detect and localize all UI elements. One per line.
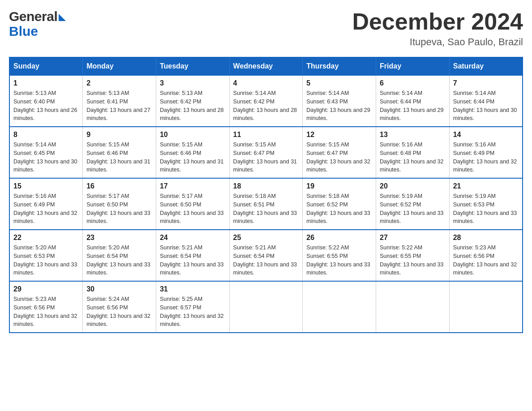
day-info: Sunrise: 5:13 AMSunset: 6:41 PMDaylight:… <box>86 89 152 123</box>
day-number: 17 <box>160 182 226 190</box>
logo: General Blue <box>9 9 66 39</box>
day-info: Sunrise: 5:22 AMSunset: 6:55 PMDaylight:… <box>306 244 372 277</box>
day-number: 28 <box>453 234 519 242</box>
day-number: 18 <box>233 182 299 190</box>
day-cell: 28 Sunrise: 5:23 AMSunset: 6:56 PMDaylig… <box>449 230 523 281</box>
day-info: Sunrise: 5:20 AMSunset: 6:53 PMDaylight:… <box>13 244 79 277</box>
day-info: Sunrise: 5:17 AMSunset: 6:50 PMDaylight:… <box>86 192 152 226</box>
day-info: Sunrise: 5:15 AMSunset: 6:46 PMDaylight:… <box>86 141 152 174</box>
week-row-1: 1 Sunrise: 5:13 AMSunset: 6:40 PMDayligh… <box>9 75 523 127</box>
day-info: Sunrise: 5:23 AMSunset: 6:56 PMDaylight:… <box>13 295 79 329</box>
day-cell <box>449 281 523 333</box>
day-cell: 16 Sunrise: 5:17 AMSunset: 6:50 PMDaylig… <box>83 178 156 230</box>
day-info: Sunrise: 5:13 AMSunset: 6:42 PMDaylight:… <box>160 89 226 123</box>
calendar-body: 1 Sunrise: 5:13 AMSunset: 6:40 PMDayligh… <box>9 75 523 333</box>
day-cell: 27 Sunrise: 5:22 AMSunset: 6:55 PMDaylig… <box>376 230 450 281</box>
day-cell: 3 Sunrise: 5:13 AMSunset: 6:42 PMDayligh… <box>156 75 229 127</box>
day-number: 29 <box>13 285 79 293</box>
day-number: 27 <box>380 234 446 242</box>
day-number: 7 <box>453 79 519 87</box>
day-info: Sunrise: 5:16 AMSunset: 6:49 PMDaylight:… <box>13 192 79 226</box>
day-info: Sunrise: 5:21 AMSunset: 6:54 PMDaylight:… <box>233 244 299 277</box>
day-cell: 24 Sunrise: 5:21 AMSunset: 6:54 PMDaylig… <box>156 230 229 281</box>
day-info: Sunrise: 5:19 AMSunset: 6:52 PMDaylight:… <box>380 192 446 226</box>
day-cell: 2 Sunrise: 5:13 AMSunset: 6:41 PMDayligh… <box>83 75 156 127</box>
logo-blue-text: Blue <box>9 24 38 39</box>
day-cell: 8 Sunrise: 5:14 AMSunset: 6:45 PMDayligh… <box>9 127 83 178</box>
day-number: 23 <box>86 234 152 242</box>
day-info: Sunrise: 5:19 AMSunset: 6:53 PMDaylight:… <box>453 192 519 226</box>
day-info: Sunrise: 5:20 AMSunset: 6:54 PMDaylight:… <box>86 244 152 277</box>
day-info: Sunrise: 5:24 AMSunset: 6:56 PMDaylight:… <box>86 295 152 329</box>
day-info: Sunrise: 5:22 AMSunset: 6:55 PMDaylight:… <box>380 244 446 277</box>
day-info: Sunrise: 5:21 AMSunset: 6:54 PMDaylight:… <box>160 244 226 277</box>
day-info: Sunrise: 5:15 AMSunset: 6:46 PMDaylight:… <box>160 141 226 174</box>
day-cell: 11 Sunrise: 5:15 AMSunset: 6:47 PMDaylig… <box>229 127 303 178</box>
day-cell: 17 Sunrise: 5:17 AMSunset: 6:50 PMDaylig… <box>156 178 229 230</box>
day-info: Sunrise: 5:17 AMSunset: 6:50 PMDaylight:… <box>160 192 226 226</box>
calendar-table: SundayMondayTuesdayWednesdayThursdayFrid… <box>9 57 523 333</box>
day-info: Sunrise: 5:14 AMSunset: 6:43 PMDaylight:… <box>306 89 372 123</box>
column-header-tuesday: Tuesday <box>156 57 229 75</box>
day-number: 2 <box>86 79 152 87</box>
column-header-saturday: Saturday <box>449 57 523 75</box>
week-row-3: 15 Sunrise: 5:16 AMSunset: 6:49 PMDaylig… <box>9 178 523 230</box>
day-cell: 22 Sunrise: 5:20 AMSunset: 6:53 PMDaylig… <box>9 230 83 281</box>
day-cell: 10 Sunrise: 5:15 AMSunset: 6:46 PMDaylig… <box>156 127 229 178</box>
day-cell <box>376 281 450 333</box>
day-number: 12 <box>306 131 372 139</box>
logo-arrow-icon <box>59 14 66 21</box>
day-info: Sunrise: 5:14 AMSunset: 6:44 PMDaylight:… <box>380 89 446 123</box>
day-number: 10 <box>160 131 226 139</box>
day-info: Sunrise: 5:14 AMSunset: 6:45 PMDaylight:… <box>13 141 79 174</box>
day-number: 13 <box>380 131 446 139</box>
day-info: Sunrise: 5:13 AMSunset: 6:40 PMDaylight:… <box>13 89 79 123</box>
day-cell: 9 Sunrise: 5:15 AMSunset: 6:46 PMDayligh… <box>83 127 156 178</box>
column-header-friday: Friday <box>376 57 450 75</box>
day-number: 21 <box>453 182 519 190</box>
day-number: 14 <box>453 131 519 139</box>
day-number: 6 <box>380 79 446 87</box>
day-info: Sunrise: 5:15 AMSunset: 6:47 PMDaylight:… <box>306 141 372 174</box>
day-cell: 7 Sunrise: 5:14 AMSunset: 6:44 PMDayligh… <box>449 75 523 127</box>
day-cell: 19 Sunrise: 5:18 AMSunset: 6:52 PMDaylig… <box>303 178 376 230</box>
month-title: December 2024 <box>352 9 523 34</box>
day-number: 3 <box>160 79 226 87</box>
day-number: 22 <box>13 234 79 242</box>
day-number: 26 <box>306 234 372 242</box>
day-cell: 14 Sunrise: 5:16 AMSunset: 6:49 PMDaylig… <box>449 127 523 178</box>
day-number: 4 <box>233 79 299 87</box>
day-number: 24 <box>160 234 226 242</box>
day-number: 20 <box>380 182 446 190</box>
day-info: Sunrise: 5:23 AMSunset: 6:56 PMDaylight:… <box>453 244 519 277</box>
column-header-sunday: Sunday <box>9 57 83 75</box>
day-cell: 26 Sunrise: 5:22 AMSunset: 6:55 PMDaylig… <box>303 230 376 281</box>
day-cell: 18 Sunrise: 5:18 AMSunset: 6:51 PMDaylig… <box>229 178 303 230</box>
day-cell: 21 Sunrise: 5:19 AMSunset: 6:53 PMDaylig… <box>449 178 523 230</box>
day-cell: 25 Sunrise: 5:21 AMSunset: 6:54 PMDaylig… <box>229 230 303 281</box>
day-cell: 29 Sunrise: 5:23 AMSunset: 6:56 PMDaylig… <box>9 281 83 333</box>
day-cell: 12 Sunrise: 5:15 AMSunset: 6:47 PMDaylig… <box>303 127 376 178</box>
day-number: 9 <box>86 131 152 139</box>
day-cell: 15 Sunrise: 5:16 AMSunset: 6:49 PMDaylig… <box>9 178 83 230</box>
day-cell: 20 Sunrise: 5:19 AMSunset: 6:52 PMDaylig… <box>376 178 450 230</box>
column-header-monday: Monday <box>83 57 156 75</box>
day-number: 25 <box>233 234 299 242</box>
location-subtitle: Itupeva, Sao Paulo, Brazil <box>352 36 523 48</box>
day-number: 30 <box>86 285 152 293</box>
day-cell: 31 Sunrise: 5:25 AMSunset: 6:57 PMDaylig… <box>156 281 229 333</box>
day-cell: 1 Sunrise: 5:13 AMSunset: 6:40 PMDayligh… <box>9 75 83 127</box>
day-number: 31 <box>160 285 226 293</box>
week-row-4: 22 Sunrise: 5:20 AMSunset: 6:53 PMDaylig… <box>9 230 523 281</box>
day-info: Sunrise: 5:14 AMSunset: 6:42 PMDaylight:… <box>233 89 299 123</box>
column-header-wednesday: Wednesday <box>229 57 303 75</box>
title-block: December 2024 Itupeva, Sao Paulo, Brazil <box>352 9 523 48</box>
column-header-thursday: Thursday <box>303 57 376 75</box>
day-cell <box>229 281 303 333</box>
day-info: Sunrise: 5:25 AMSunset: 6:57 PMDaylight:… <box>160 295 226 329</box>
day-cell: 13 Sunrise: 5:16 AMSunset: 6:48 PMDaylig… <box>376 127 450 178</box>
calendar-header: SundayMondayTuesdayWednesdayThursdayFrid… <box>9 57 523 75</box>
day-number: 1 <box>13 79 79 87</box>
day-cell: 23 Sunrise: 5:20 AMSunset: 6:54 PMDaylig… <box>83 230 156 281</box>
day-cell <box>303 281 376 333</box>
